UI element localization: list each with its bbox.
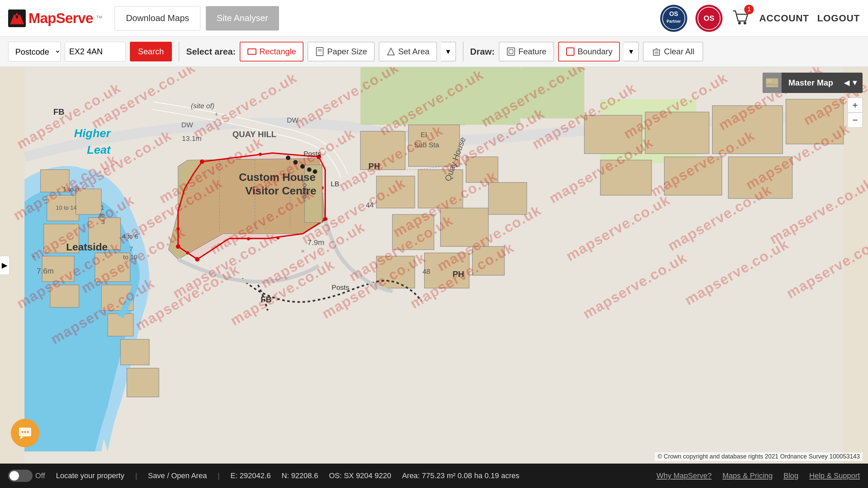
set-area-button[interactable]: Set Area <box>379 42 437 61</box>
zoom-controls: + − <box>848 98 863 128</box>
chat-button[interactable] <box>11 419 39 447</box>
trash-icon <box>652 47 661 56</box>
map-layer-prev[interactable]: ◀ <box>844 78 850 87</box>
cart-button[interactable]: 1 <box>731 7 751 29</box>
clear-all-button[interactable]: Clear All <box>643 42 703 61</box>
svg-point-63 <box>247 237 250 240</box>
search-button[interactable]: Search <box>130 42 172 61</box>
svg-text:7: 7 <box>130 245 133 252</box>
save-area-label[interactable]: Save / Open Area <box>148 471 207 480</box>
header-right: OS Partner OS 1 ACCOUNT LOGOUT <box>660 5 860 32</box>
map-container[interactable]: + + × FB (site of) DW DW QUAY HILL 13 <box>0 67 868 464</box>
svg-point-83 <box>293 160 298 165</box>
locate-property-label[interactable]: Locate your property <box>56 471 124 480</box>
svg-text:+: + <box>214 110 218 118</box>
os-ref: OS: SX 9204 9220 <box>329 471 391 480</box>
toolbar-separator-2 <box>463 42 463 61</box>
svg-rect-17 <box>567 48 574 55</box>
svg-rect-43 <box>418 170 463 208</box>
set-area-icon <box>386 47 396 56</box>
toggle-pill[interactable] <box>8 470 33 482</box>
blog-link[interactable]: Blog <box>784 471 798 480</box>
svg-text:13.1m: 13.1m <box>182 134 202 142</box>
svg-rect-42 <box>376 176 415 208</box>
svg-text:El: El <box>420 131 427 138</box>
postcode-input[interactable] <box>65 42 126 61</box>
expand-panel-button[interactable]: ▶ <box>0 256 9 275</box>
svg-text:Lodge: Lodge <box>301 179 309 199</box>
cart-count-badge: 1 <box>744 5 754 14</box>
svg-text:4 to 6: 4 to 6 <box>122 233 138 240</box>
svg-point-61 <box>259 153 262 156</box>
svg-rect-26 <box>520 67 585 118</box>
svg-text:48: 48 <box>422 267 430 275</box>
svg-text:Sub Sta: Sub Sta <box>414 141 439 149</box>
help-support-link[interactable]: Help & Support <box>809 471 860 480</box>
os-partner-badge: OS Partner <box>660 5 687 32</box>
svg-text:1: 1 <box>101 204 104 211</box>
status-sep-2: | <box>218 471 220 480</box>
area-label: Area: 775.23 m² 0.08 ha 0.19 acres <box>402 471 519 480</box>
why-mapserve-link[interactable]: Why MapServe? <box>656 471 712 480</box>
zoom-in-button[interactable]: + <box>848 98 863 113</box>
status-bar-links: Why MapServe? Maps & Pricing Blog Help &… <box>656 471 860 480</box>
header: MapServe™ Download Maps Site Analyser OS… <box>0 0 868 37</box>
svg-rect-25 <box>360 67 520 125</box>
set-area-dropdown-button[interactable]: ▼ <box>441 42 456 61</box>
toolbar-separator-1 <box>179 42 179 61</box>
svg-marker-14 <box>388 48 394 55</box>
svg-point-59 <box>195 257 199 261</box>
site-analyser-button[interactable]: Site Analyser <box>206 6 279 31</box>
rectangle-tool-button[interactable]: Rectangle <box>240 42 303 61</box>
svg-point-56 <box>200 159 204 164</box>
os-badge-icon: OS <box>697 6 721 30</box>
svg-text:7.9m: 7.9m <box>307 238 324 247</box>
toggle-knob <box>9 471 19 481</box>
feature-tool-button[interactable]: Feature <box>499 42 554 61</box>
svg-point-9 <box>744 22 746 24</box>
map-layer-selector[interactable]: Master Map ◀ ▼ <box>763 73 863 93</box>
svg-text:(site of): (site of) <box>191 102 214 110</box>
svg-text:DW: DW <box>181 121 193 129</box>
zoom-out-button[interactable]: − <box>848 113 863 128</box>
toggle-off-label: Off <box>35 471 45 480</box>
svg-rect-45 <box>392 214 434 250</box>
svg-text:OS: OS <box>704 14 714 22</box>
maps-pricing-link[interactable]: Maps & Pricing <box>723 471 773 480</box>
svg-rect-11 <box>316 48 323 56</box>
map-layer-dropdown[interactable]: ▼ <box>851 78 859 87</box>
logout-button[interactable]: LOGOUT <box>817 13 860 24</box>
svg-text:1 to 8: 1 to 8 <box>63 186 79 193</box>
svg-text:Leatside: Leatside <box>66 241 107 252</box>
map-thumb-icon <box>764 75 780 91</box>
paper-size-button[interactable]: Paper Size <box>308 42 374 61</box>
account-button[interactable]: ACCOUNT <box>759 13 809 24</box>
svg-text:DW: DW <box>287 116 299 124</box>
svg-text:44: 44 <box>366 201 374 209</box>
map-layer-thumbnail <box>763 73 782 93</box>
svg-rect-16 <box>509 50 513 54</box>
boundary-dropdown-button[interactable]: ▼ <box>624 42 639 61</box>
locate-toggle[interactable]: Off <box>8 470 45 482</box>
boundary-icon <box>566 47 575 56</box>
svg-text:Posts: Posts <box>332 283 349 291</box>
svg-text:Partner: Partner <box>667 19 681 24</box>
svg-point-8 <box>738 22 741 24</box>
svg-rect-75 <box>600 160 652 195</box>
map-layer-name: Master Map <box>782 78 840 88</box>
svg-rect-32 <box>50 285 79 307</box>
svg-rect-38 <box>120 339 149 365</box>
svg-point-60 <box>176 244 180 249</box>
svg-text:+: + <box>32 253 36 261</box>
svg-rect-71 <box>584 115 642 154</box>
boundary-tool-button[interactable]: Boundary <box>558 42 620 61</box>
postcode-select[interactable]: Postcode <box>8 42 61 61</box>
svg-text:Higher: Higher <box>74 127 111 139</box>
easting-coord: E: 292042.6 <box>231 471 271 480</box>
svg-rect-0 <box>8 10 26 27</box>
svg-text:FB: FB <box>261 295 272 304</box>
paper-size-icon <box>315 47 324 56</box>
svg-rect-74 <box>786 99 844 144</box>
svg-rect-33 <box>76 189 101 214</box>
download-maps-button[interactable]: Download Maps <box>115 6 200 31</box>
